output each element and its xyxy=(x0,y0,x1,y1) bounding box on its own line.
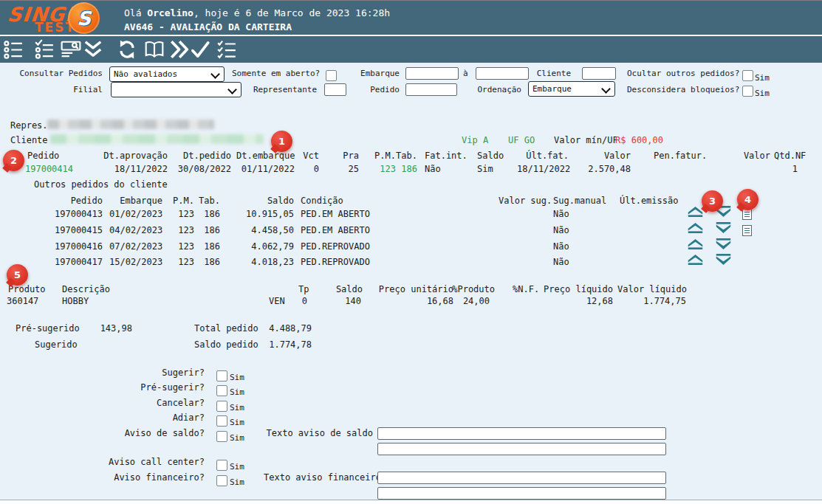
aviso-financeiro-sim-label: Sim xyxy=(230,477,244,487)
filial-select[interactable] xyxy=(111,82,242,97)
move-up-button[interactable] xyxy=(687,238,704,250)
other-order-sug-manual: Não xyxy=(553,210,569,219)
order-notes-icon[interactable] xyxy=(742,225,752,235)
consultar-pedidos-select[interactable]: Não avaliados xyxy=(109,66,225,82)
col-p-saldo: Saldo xyxy=(333,285,363,294)
texto-aviso-saldo-input-1[interactable] xyxy=(377,427,666,440)
ordenacao-select[interactable]: Embarque xyxy=(528,81,615,97)
desconsidera-bloqueios-label: Desconsidera bloqueios? xyxy=(627,85,739,94)
col-descricao: Descrição xyxy=(62,285,110,294)
col-tab: Tab. xyxy=(391,151,417,161)
product-tp: 0 xyxy=(291,297,307,306)
cancelar-sim-label: Sim xyxy=(230,403,244,412)
other-order-pm: 123 xyxy=(171,210,194,219)
pedido-input[interactable] xyxy=(405,83,457,96)
annotation-badge-1: 1 xyxy=(271,131,292,152)
aviso-call-center-checkbox[interactable] xyxy=(216,460,227,471)
col-pra: Pra xyxy=(329,151,359,161)
main-order-tab: 186 xyxy=(391,165,417,174)
texto-aviso-financeiro-input-1[interactable] xyxy=(377,472,666,484)
col-produto: Produto xyxy=(8,285,46,294)
ocultar-outros-pedidos-checkbox[interactable] xyxy=(742,70,753,81)
main-order-dt-embarque: 01/11/2022 xyxy=(236,165,295,174)
col-preco-liquido: Preço líquido xyxy=(544,285,613,294)
main-order-dt-pedido: 30/08/2022 xyxy=(170,165,231,174)
av646-window: SINGE TESTE S Olá Orcelino, hoje é 6 de … xyxy=(0,0,822,504)
other-order-sug-manual: Não xyxy=(553,242,569,252)
product-valor-liquido: 1.774,75 xyxy=(638,297,686,306)
main-order-pedido: 197000414 xyxy=(25,165,73,174)
aviso-saldo-checkbox[interactable] xyxy=(216,431,227,442)
aviso-saldo-label: Aviso de saldo? xyxy=(95,429,205,438)
adiar-sim-label: Sim xyxy=(230,418,244,427)
main-order-qtd-nf: 1 xyxy=(768,165,798,174)
product-saldo: 140 xyxy=(333,297,361,306)
embarque-de-input[interactable] xyxy=(405,67,459,80)
checked-bullet-list-icon[interactable] xyxy=(34,39,55,60)
other-order-embarque: 15/02/2023 xyxy=(109,258,162,267)
other-orders-title: Outros pedidos do cliente xyxy=(34,180,168,190)
pre-sugerir-checkbox[interactable] xyxy=(216,385,227,396)
other-order-pm: 123 xyxy=(171,226,194,235)
adiar-checkbox[interactable] xyxy=(216,415,227,427)
refresh-icon[interactable] xyxy=(117,39,137,60)
valor-min-uf-label: Valor mín/UF xyxy=(554,136,618,145)
other-order-tab: 186 xyxy=(196,258,220,267)
move-up-button[interactable] xyxy=(687,254,704,266)
valor-min-uf-value: R$ 600,00 xyxy=(615,136,663,145)
other-order-condicao: PED.REPROVADO xyxy=(301,258,370,267)
aviso-call-sim-label: Sim xyxy=(230,462,244,472)
other-order-condicao: PED.EM ABERTO xyxy=(301,226,370,235)
open-book-icon[interactable] xyxy=(144,39,165,60)
aviso-saldo-sim-label: Sim xyxy=(230,433,244,443)
col-o-sug-manual: Sug.manual xyxy=(553,196,606,206)
other-order-condicao: PED.EM ABERTO xyxy=(301,210,370,219)
pre-sugerir-label: Pré-sugerir? xyxy=(95,383,205,393)
aviso-financeiro-checkbox[interactable] xyxy=(216,475,227,486)
main-order-dt-aprovacao: 18/11/2022 xyxy=(100,165,168,174)
texto-aviso-saldo-input-2[interactable] xyxy=(377,443,666,455)
ordenacao-label: Ordenação xyxy=(465,85,521,94)
check-icon[interactable] xyxy=(190,39,210,60)
repres-value-redacted xyxy=(47,120,214,129)
col-o-ult-emissao: Últ.emissão xyxy=(620,196,678,206)
col-valor-liquido: Valor líquido xyxy=(617,285,686,294)
col-o-saldo: Saldo xyxy=(251,196,294,206)
texto-aviso-financeiro-input-2[interactable] xyxy=(377,487,666,500)
cancelar-checkbox[interactable] xyxy=(216,401,227,412)
pedido-filter-label: Pedido xyxy=(347,85,400,94)
other-order-tab: 186 xyxy=(196,242,220,252)
representante-input[interactable] xyxy=(324,83,346,96)
sugerir-checkbox[interactable] xyxy=(216,370,227,382)
search-card-icon[interactable] xyxy=(61,39,81,60)
product-descricao: HOBBY xyxy=(62,297,89,306)
double-chevron-down-icon[interactable] xyxy=(83,39,103,60)
col-pct-produto: %Produto xyxy=(451,285,495,294)
move-down-button[interactable] xyxy=(715,222,732,234)
move-down-button[interactable] xyxy=(715,254,732,266)
col-tp: Tp xyxy=(298,285,309,294)
saldo-pedido-label: Saldo pedido xyxy=(194,340,258,350)
aviso-call-center-label: Aviso call center? xyxy=(95,458,205,467)
total-pedido-label: Total pedido xyxy=(194,324,258,334)
chevron-down-icon xyxy=(227,85,237,94)
bullet-list-icon[interactable] xyxy=(3,39,24,60)
task-list-icon[interactable] xyxy=(216,39,237,60)
col-o-embarque: Embarque xyxy=(109,196,162,206)
cliente-label: Cliente xyxy=(10,136,48,145)
cliente-input[interactable] xyxy=(582,67,616,80)
move-down-button[interactable] xyxy=(715,238,732,250)
cliente-filter-label: Cliente xyxy=(521,69,571,78)
annotation-badge-5: 5 xyxy=(7,264,28,286)
main-order-pra: 25 xyxy=(329,165,359,174)
move-up-button[interactable] xyxy=(687,222,704,234)
desconsidera-bloqueios-checkbox[interactable] xyxy=(742,86,753,97)
other-order-tab: 186 xyxy=(196,210,220,219)
col-o-valor-sug: Valor sug. xyxy=(499,196,552,206)
annotation-badge-4: 4 xyxy=(737,189,758,210)
order-notes-icon[interactable] xyxy=(742,209,752,219)
col-o-pm: P.M. xyxy=(171,196,194,206)
somente-em-aberto-checkbox[interactable] xyxy=(326,70,337,81)
col-ult-fat: Últ.fat. xyxy=(517,151,569,161)
double-chevron-right-icon[interactable] xyxy=(168,39,189,60)
